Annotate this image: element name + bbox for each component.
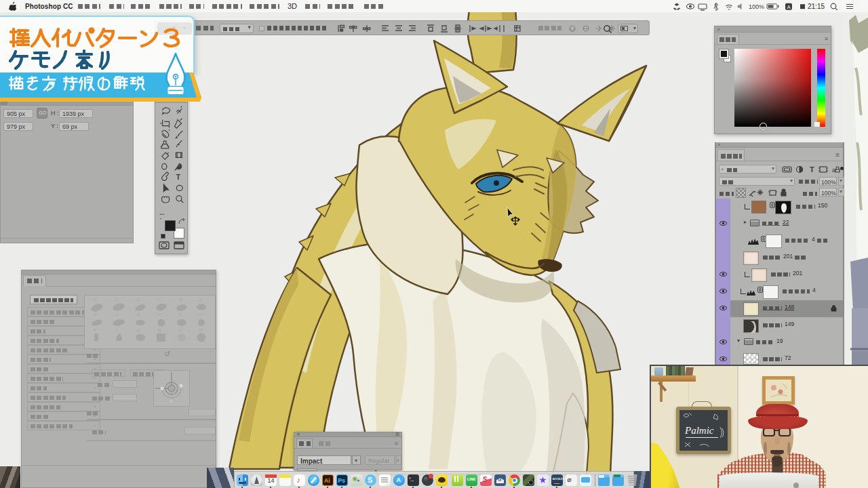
svg-text:30: 30 bbox=[115, 312, 119, 317]
svg-text:17: 17 bbox=[157, 298, 161, 302]
svg-text:71: 71 bbox=[199, 312, 203, 317]
svg-text:21:15: 21:15 bbox=[808, 3, 825, 10]
svg-text:30: 30 bbox=[115, 298, 119, 302]
svg-text:25: 25 bbox=[93, 312, 97, 317]
svg-text:21: 21 bbox=[199, 298, 203, 302]
svg-text:25: 25 bbox=[136, 312, 140, 317]
svg-text:50: 50 bbox=[157, 312, 161, 317]
svg-text:48: 48 bbox=[157, 328, 161, 332]
svg-text:T: T bbox=[810, 165, 814, 174]
svg-text:55: 55 bbox=[199, 328, 203, 332]
svg-text:a: a bbox=[832, 167, 835, 174]
svg-text:A: A bbox=[787, 4, 791, 10]
svg-text:13: 13 bbox=[115, 328, 119, 332]
svg-text:39: 39 bbox=[93, 328, 97, 332]
svg-text:25: 25 bbox=[178, 312, 182, 317]
svg-text:100%: 100% bbox=[749, 3, 764, 10]
svg-text:25: 25 bbox=[136, 298, 140, 302]
svg-text:11: 11 bbox=[136, 328, 140, 332]
svg-text:32: 32 bbox=[178, 328, 182, 332]
svg-text:25: 25 bbox=[93, 298, 97, 302]
svg-text:45: 45 bbox=[178, 298, 182, 302]
svg-text:T: T bbox=[176, 173, 180, 181]
